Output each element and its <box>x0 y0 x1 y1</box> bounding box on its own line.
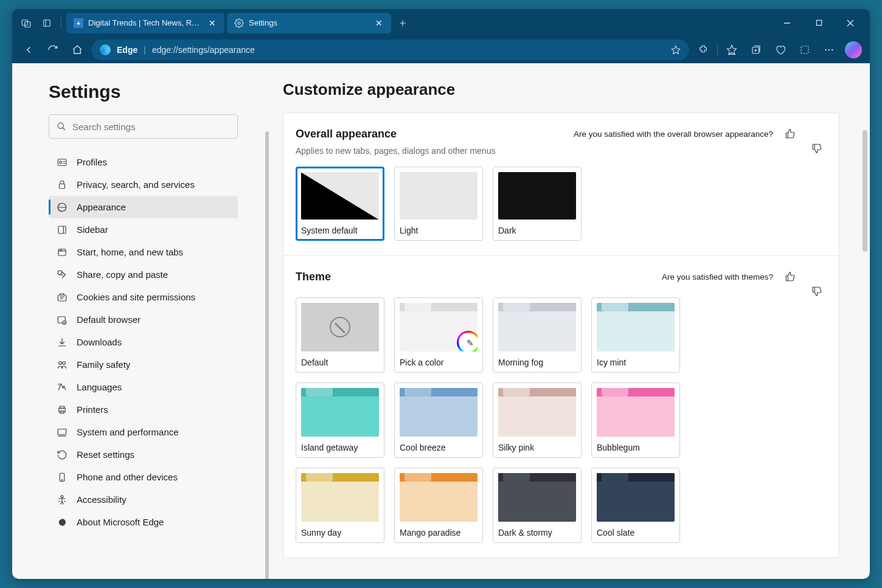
nav-icon <box>56 202 68 213</box>
extensions-icon[interactable] <box>693 40 714 60</box>
nav-item-system-and-performance[interactable]: System and performance <box>49 421 238 443</box>
collections-icon[interactable] <box>746 40 766 60</box>
appearance-option-system-default[interactable]: System default <box>296 167 384 241</box>
theme-label: Morning fog <box>498 358 576 367</box>
nav-item-share-copy-and-paste[interactable]: Share, copy and paste <box>49 263 238 286</box>
nav-item-sidebar[interactable]: Sidebar <box>49 218 238 241</box>
nav-item-default-browser[interactable]: Default browser <box>49 308 238 331</box>
nav-label: Printers <box>77 404 108 415</box>
theme-option-mango-paradise[interactable]: Mango paradise <box>394 468 483 543</box>
nav-item-reset-settings[interactable]: Reset settings <box>49 443 238 466</box>
preview-tab <box>405 303 431 311</box>
workspaces-icon[interactable] <box>17 14 35 32</box>
copilot-button[interactable] <box>843 40 864 60</box>
tab-title: Settings <box>249 18 369 27</box>
nav-item-languages[interactable]: ALanguages <box>49 376 238 398</box>
separator <box>717 44 718 56</box>
section-heading: Theme <box>296 271 655 283</box>
tab-digital-trends[interactable]: + Digital Trends | Tech News, Revie ✕ <box>66 13 224 33</box>
theme-option-dark-stormy[interactable]: Dark & stormy <box>493 468 582 543</box>
thumbs-up-icon[interactable] <box>780 124 800 144</box>
main-scrollbar[interactable] <box>863 130 867 252</box>
preview-swatch <box>498 388 576 437</box>
thumbs-down-icon[interactable] <box>807 267 827 286</box>
tab-strip: + Digital Trends | Tech News, Revie ✕ Se… <box>12 9 870 36</box>
nav-item-appearance[interactable]: Appearance <box>49 196 238 218</box>
svg-point-20 <box>832 49 833 50</box>
preview-swatch <box>301 172 379 220</box>
svg-rect-2 <box>44 19 50 26</box>
section-subtitle: Applies to new tabs, pages, dialogs and … <box>296 146 827 156</box>
favorite-star-icon[interactable] <box>671 45 681 55</box>
preview-swatch <box>498 172 576 220</box>
theme-option-cool-breeze[interactable]: Cool breeze <box>394 382 483 458</box>
new-tab-button[interactable] <box>394 14 412 32</box>
favorites-icon[interactable] <box>721 40 742 60</box>
nav-item-privacy-search-and-services[interactable]: Privacy, search, and services <box>49 173 238 196</box>
theme-label: Mango paradise <box>400 528 477 538</box>
theme-option-icy-mint[interactable]: Icy mint <box>591 297 680 373</box>
preview-tab <box>306 473 333 482</box>
thumbs-down-icon[interactable] <box>807 124 827 144</box>
close-window-button[interactable] <box>841 13 860 33</box>
theme-section: Theme Are you satisfied with themes? Def… <box>283 256 839 558</box>
theme-option-silky-pink[interactable]: Silky pink <box>493 382 582 458</box>
more-icon[interactable] <box>819 40 839 60</box>
nav-item-printers[interactable]: Printers <box>49 398 238 421</box>
nav-item-start-home-and-new-tabs[interactable]: Start, home, and new tabs <box>49 241 238 263</box>
nav-icon <box>56 494 68 505</box>
preview-swatch <box>301 473 379 522</box>
nav-item-profiles[interactable]: Profiles <box>49 151 238 173</box>
theme-label: Icy mint <box>597 358 675 367</box>
svg-rect-43 <box>60 406 64 409</box>
preview-tab <box>503 303 530 311</box>
appearance-option-light[interactable]: Light <box>394 167 483 241</box>
heart-icon[interactable] <box>770 40 791 60</box>
section-heading: Overall appearance <box>296 128 566 140</box>
settings-nav: ProfilesPrivacy, search, and servicesApp… <box>49 151 238 533</box>
search-settings[interactable] <box>49 114 238 139</box>
search-input[interactable] <box>72 122 230 132</box>
nav-label: Sidebar <box>77 224 108 235</box>
separator <box>61 17 61 29</box>
tab-actions-icon[interactable] <box>38 14 56 32</box>
minimize-button[interactable] <box>777 13 797 33</box>
theme-option-island-getaway[interactable]: Island getaway <box>296 382 384 458</box>
nav-item-downloads[interactable]: Downloads <box>49 331 238 353</box>
page-title: Customize appearance <box>283 80 839 99</box>
theme-option-morning-fog[interactable]: Morning fog <box>493 297 582 373</box>
refresh-button[interactable] <box>43 40 63 60</box>
theme-option-sunny-day[interactable]: Sunny day <box>296 468 384 543</box>
screenshot-icon[interactable] <box>794 40 815 60</box>
nav-icon <box>56 449 68 460</box>
window-controls <box>777 13 865 33</box>
option-label: Light <box>400 226 477 235</box>
maximize-button[interactable] <box>809 13 828 33</box>
appearance-option-dark[interactable]: Dark <box>493 167 582 241</box>
nav-item-family-safety[interactable]: Family safety <box>49 353 238 376</box>
close-icon[interactable]: ✕ <box>374 18 384 28</box>
theme-option-pick-a-color[interactable]: ✎Pick a color <box>394 297 483 373</box>
nav-icon <box>56 157 68 168</box>
gear-icon <box>234 18 244 28</box>
theme-option-bubblegum[interactable]: Bubblegum <box>591 382 680 458</box>
svg-point-4 <box>238 22 240 24</box>
nav-icon <box>56 404 68 415</box>
back-button[interactable] <box>18 40 39 60</box>
tab-settings[interactable]: Settings ✕ <box>227 13 391 33</box>
svg-point-32 <box>61 249 62 250</box>
theme-option-cool-slate[interactable]: Cool slate <box>591 468 680 543</box>
address-bar[interactable]: Edge | edge://settings/appearance <box>91 40 689 60</box>
close-icon[interactable]: ✕ <box>207 18 217 28</box>
nav-label: Default browser <box>77 314 141 325</box>
nav-label: Languages <box>77 382 122 392</box>
theme-option-default[interactable]: Default <box>296 297 384 373</box>
nav-icon <box>56 179 68 190</box>
nav-item-accessibility[interactable]: Accessibility <box>49 488 238 511</box>
settings-main: Customize appearance Overall appearance … <box>252 63 870 579</box>
nav-item-about-microsoft-edge[interactable]: About Microsoft Edge <box>49 511 238 533</box>
nav-item-cookies-and-site-permissions[interactable]: Cookies and site permissions <box>49 286 238 308</box>
thumbs-up-icon[interactable] <box>780 267 800 286</box>
home-button[interactable] <box>67 40 88 60</box>
nav-item-phone-and-other-devices[interactable]: Phone and other devices <box>49 466 238 488</box>
